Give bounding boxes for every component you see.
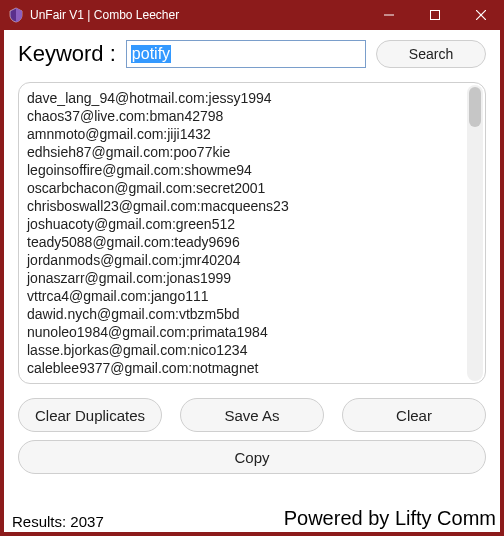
save-as-label: Save As [224,407,279,424]
result-line: chaos37@live.com:bman42798 [27,107,477,125]
clear-duplicates-label: Clear Duplicates [35,407,145,424]
result-line: teady5088@gmail.com:teady9696 [27,233,477,251]
search-button[interactable]: Search [376,40,486,68]
close-button[interactable] [458,0,504,30]
result-line: oscarbchacon@gmail.com:secret2001 [27,179,477,197]
result-line: dawid.nych@gmail.com:vtbzm5bd [27,305,477,323]
clear-label: Clear [396,407,432,424]
result-line: dave_lang_94@hotmail.com:jessy1994 [27,89,477,107]
clear-button[interactable]: Clear [342,398,486,432]
minimize-button[interactable] [366,0,412,30]
app-window: UnFair V1 | Combo Leecher Keyword : poti… [0,0,504,536]
scrollbar-track[interactable] [467,85,483,381]
result-line: joshuacoty@gmail.com:green512 [27,215,477,233]
client-area: Keyword : potify Search dave_lang_94@hot… [4,30,500,532]
result-line: vttrca4@gmail.com:jango111 [27,287,477,305]
result-line: edhsieh87@gmail.com:poo77kie [27,143,477,161]
titlebar[interactable]: UnFair V1 | Combo Leecher [0,0,504,30]
copy-button[interactable]: Copy [18,440,486,474]
app-icon [8,7,24,23]
clear-duplicates-button[interactable]: Clear Duplicates [18,398,162,432]
result-line: caleblee9377@gmail.com:notmagnet [27,359,477,377]
keyword-label: Keyword : [18,41,116,67]
results-label: Results: [12,513,70,530]
save-as-button[interactable]: Save As [180,398,324,432]
search-button-label: Search [409,46,453,62]
result-line: legoinsoffire@gmail.com:showme94 [27,161,477,179]
powered-by: Powered by Lifty Comm [284,507,496,530]
result-line: nunoleo1984@gmail.com:primata1984 [27,323,477,341]
status-bar: Results: 2037 Powered by Lifty Comm [4,507,500,532]
result-line: jonaszarr@gmail.com:jonas1999 [27,269,477,287]
result-line: amnmoto@gmail.com:jiji1432 [27,125,477,143]
search-row: Keyword : potify Search [4,40,500,68]
results-textarea[interactable]: dave_lang_94@hotmail.com:jessy1994chaos3… [18,82,486,384]
action-row: Clear Duplicates Save As Clear [4,384,500,440]
copy-label: Copy [234,449,269,466]
scrollbar-thumb[interactable] [469,87,481,127]
keyword-input[interactable]: potify [126,40,366,68]
results-number: 2037 [70,513,103,530]
result-line: lasse.bjorkas@gmail.com:nico1234 [27,341,477,359]
svg-rect-1 [431,11,440,20]
results-content: dave_lang_94@hotmail.com:jessy1994chaos3… [19,83,485,383]
maximize-button[interactable] [412,0,458,30]
result-line: jordanmods@gmail.com:jmr40204 [27,251,477,269]
result-line: chrisboswall23@gmail.com:macqueens23 [27,197,477,215]
copy-row: Copy [4,440,500,484]
window-title: UnFair V1 | Combo Leecher [30,8,179,22]
results-count: Results: 2037 [12,513,284,530]
keyword-value: potify [131,45,171,63]
